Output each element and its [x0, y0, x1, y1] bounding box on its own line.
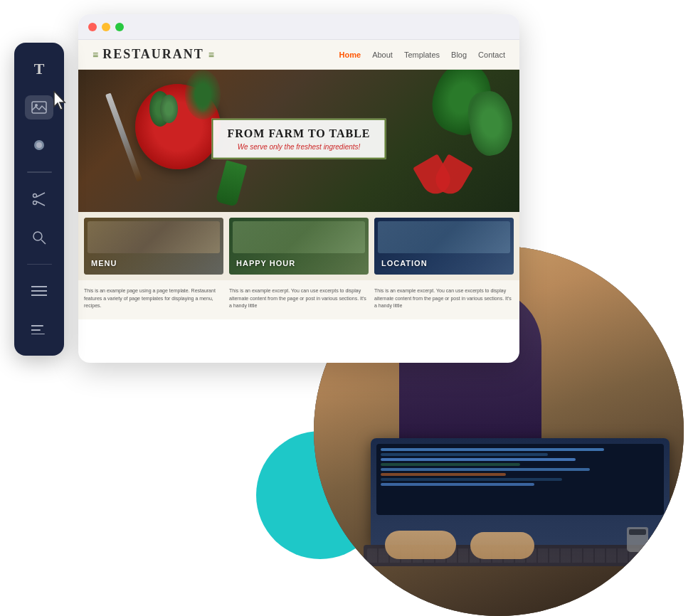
svg-point-3 [36, 142, 42, 148]
search-tool-icon[interactable] [25, 225, 53, 250]
svg-point-4 [33, 193, 37, 197]
browser-dot-green[interactable] [115, 23, 124, 31]
site-nav: ≡ RESTAURANT ≡ Home About Templates Blog… [78, 40, 519, 70]
svg-line-9 [41, 240, 46, 244]
nav-link-contact[interactable]: Contact [478, 51, 505, 59]
hamburger-svg-icon [31, 285, 47, 297]
browser-titlebar [78, 14, 519, 40]
svg-point-5 [33, 201, 37, 204]
card-location-label: LOCATION [381, 259, 428, 267]
hero-section: FROM FARM TO TABLE We serve only the fre… [78, 70, 519, 212]
card-menu[interactable]: MENU [84, 218, 223, 275]
scissors-tool-icon[interactable] [25, 187, 53, 211]
svg-line-6 [36, 193, 45, 197]
hero-herb3-decoration [185, 70, 221, 120]
browser-window: ≡ RESTAURANT ≡ Home About Templates Blog… [78, 14, 519, 363]
site-desc-col-3: This is an example excerpt. You can use … [374, 287, 514, 312]
browser-dot-red[interactable] [88, 23, 97, 31]
hero-pepper-decoration [216, 160, 248, 207]
hero-main-title: FROM FARM TO TABLE [228, 127, 371, 140]
svg-marker-16 [54, 91, 65, 110]
card-location[interactable]: LOCATION [374, 218, 514, 275]
small-lines-icon[interactable] [25, 317, 53, 341]
nav-link-about[interactable]: About [372, 51, 393, 59]
site-desc-col-1: This is an example page using a page tem… [84, 287, 223, 312]
text-tool-icon[interactable]: T [25, 57, 53, 81]
hero-scissors-decoration [420, 159, 477, 198]
card-happy-hour-label: HAPPY HOUR [236, 259, 295, 267]
svg-line-7 [36, 201, 45, 206]
nav-link-home[interactable]: Home [339, 51, 361, 59]
cursor-pointer [51, 91, 73, 112]
hero-subtitle: We serve only the freshest ingredients! [228, 143, 371, 151]
site-desc-col-2: This is an example excerpt. You can use … [229, 287, 369, 312]
site-logo: ≡ RESTAURANT ≡ [92, 47, 214, 62]
image-tool-icon[interactable] [25, 95, 53, 120]
scissors-svg-icon [31, 191, 48, 208]
card-menu-label: MENU [91, 259, 117, 267]
logo-left-dash: ≡ [92, 49, 98, 60]
browser-dot-yellow[interactable] [102, 23, 110, 31]
menu-lines-icon[interactable] [25, 279, 53, 303]
sidebar-panel: T [14, 43, 64, 356]
image-svg-icon [31, 99, 48, 116]
website-content: ≡ RESTAURANT ≡ Home About Templates Blog… [78, 40, 519, 363]
site-nav-links: Home About Templates Blog Contact [339, 51, 505, 59]
site-cards-section: MENU HAPPY HOUR LOCATION [78, 212, 519, 280]
site-logo-text: RESTAURANT [102, 47, 204, 62]
shapes-svg-icon [31, 137, 48, 154]
shapes-tool-icon[interactable] [25, 134, 53, 158]
hero-text-box: FROM FARM TO TABLE We serve only the fre… [212, 119, 386, 159]
small-lines-svg-icon [31, 324, 47, 334]
nav-link-blog[interactable]: Blog [451, 51, 467, 59]
sidebar-divider-1 [27, 171, 52, 173]
site-descriptions: This is an example page using a page tem… [78, 280, 519, 319]
sidebar-divider-2 [27, 264, 52, 265]
hero-herb2-decoration [465, 87, 518, 158]
logo-right-dash: ≡ [208, 49, 214, 60]
search-svg-icon [31, 229, 48, 246]
svg-point-8 [33, 232, 42, 240]
nav-link-templates[interactable]: Templates [404, 51, 440, 59]
card-happy-hour[interactable]: HAPPY HOUR [229, 218, 369, 275]
